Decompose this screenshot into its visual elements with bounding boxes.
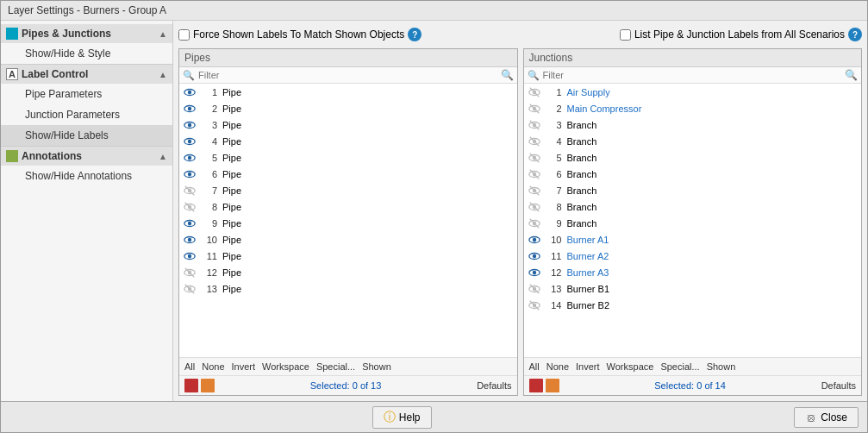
footer-action-link[interactable]: Invert [232, 361, 256, 372]
close-button[interactable]: ⦻ Close [794, 407, 859, 428]
pipes-filter-row: 🔍 🔍 [179, 67, 517, 84]
eye-icon[interactable] [528, 233, 541, 247]
table-row[interactable]: 13 Burner B1 [524, 280, 862, 297]
eye-icon[interactable] [183, 102, 197, 116]
eye-icon[interactable] [183, 118, 197, 132]
sidebar-section-pipes-junctions[interactable]: Pipes & Junctions ▲ [1, 24, 172, 43]
item-name: Burner A3 [567, 267, 609, 278]
eye-icon[interactable] [183, 266, 197, 279]
table-row[interactable]: 5 Branch [524, 149, 862, 166]
eye-icon[interactable] [528, 184, 541, 198]
footer-action-link[interactable]: None [202, 361, 224, 372]
table-row[interactable]: 1 Air Supply [524, 84, 862, 100]
junctions-filter-input[interactable] [543, 70, 846, 80]
table-row[interactable]: 14 Burner B2 [524, 297, 862, 313]
table-row[interactable]: 1 Pipe [179, 84, 517, 100]
footer-action-link[interactable]: Invert [576, 361, 600, 372]
item-name: Pipe [222, 218, 241, 229]
eye-icon[interactable] [183, 184, 197, 198]
table-row[interactable]: 4 Branch [524, 133, 862, 149]
table-row[interactable]: 10 Burner A1 [524, 231, 862, 248]
footer-action-link[interactable]: None [546, 361, 569, 372]
table-row[interactable]: 12 Burner A3 [524, 264, 862, 280]
eye-icon[interactable] [183, 167, 197, 181]
eye-icon[interactable] [528, 298, 541, 312]
item-name: Pipe [222, 87, 241, 97]
item-num: 8 [545, 202, 562, 212]
force-labels-checkbox[interactable] [178, 29, 190, 41]
eye-icon[interactable] [183, 216, 197, 230]
table-row[interactable]: 7 Branch [524, 182, 862, 198]
pipes-header: Pipes [179, 49, 517, 67]
eye-icon[interactable] [183, 151, 197, 165]
table-row[interactable]: 11 Burner A2 [524, 248, 862, 264]
eye-icon[interactable] [528, 282, 541, 296]
table-row[interactable]: 4 Pipe [179, 133, 517, 149]
list-all-scenarios-checkbox[interactable] [620, 29, 631, 41]
eye-icon[interactable] [528, 200, 541, 214]
item-name: Burner A1 [567, 235, 609, 245]
eye-icon[interactable] [528, 85, 541, 99]
svg-point-7 [188, 139, 191, 142]
footer-action-link[interactable]: Shown [362, 361, 391, 372]
pipes-search-button[interactable]: 🔍 [501, 69, 514, 81]
footer-action-link[interactable]: Special... [316, 361, 355, 372]
footer-action-link[interactable]: Special... [660, 361, 699, 372]
sidebar-item-show-hide-annotations[interactable]: Show/Hide Annotations [1, 166, 172, 186]
table-row[interactable]: 13 Pipe [179, 280, 517, 297]
footer-action-link[interactable]: Workspace [607, 361, 654, 372]
eye-icon[interactable] [183, 249, 197, 263]
footer-action-link[interactable]: All [184, 361, 195, 372]
pipes-panel: Pipes 🔍 🔍 1 Pipe 2 Pipe [178, 48, 518, 396]
table-row[interactable]: 8 Pipe [179, 198, 517, 215]
table-row[interactable]: 2 Main Compressor [524, 100, 862, 116]
eye-icon[interactable] [183, 135, 197, 148]
junctions-defaults-link[interactable]: Defaults [821, 380, 856, 391]
table-row[interactable]: 5 Pipe [179, 149, 517, 166]
eye-icon[interactable] [183, 282, 197, 296]
eye-icon[interactable] [528, 118, 541, 132]
item-num: 7 [545, 185, 562, 196]
table-row[interactable]: 3 Branch [524, 116, 862, 133]
eye-icon[interactable] [528, 249, 541, 263]
sidebar-section-label-control[interactable]: A Label Control ▲ [1, 64, 172, 84]
force-labels-help-icon[interactable]: ? [408, 28, 422, 41]
eye-icon[interactable] [528, 135, 541, 148]
footer-action-link[interactable]: Shown [707, 361, 736, 372]
eye-icon[interactable] [528, 266, 541, 279]
junctions-search-button[interactable]: 🔍 [845, 69, 858, 81]
table-row[interactable]: 6 Branch [524, 166, 862, 182]
eye-icon[interactable] [528, 102, 541, 116]
pipes-footer-status: Selected: 0 of 13 Defaults [179, 375, 517, 395]
table-row[interactable]: 12 Pipe [179, 264, 517, 280]
sidebar-item-show-hide-labels[interactable]: Show/Hide Labels [1, 125, 172, 146]
table-row[interactable]: 6 Pipe [179, 166, 517, 182]
sidebar-section-annotations[interactable]: Annotations ▲ [1, 146, 172, 166]
table-row[interactable]: 8 Branch [524, 198, 862, 215]
eye-icon[interactable] [183, 85, 197, 99]
sidebar-item-show-hide-style[interactable]: Show/Hide & Style [1, 43, 172, 64]
help-button[interactable]: ⓘ Help [372, 406, 432, 429]
table-row[interactable]: 11 Pipe [179, 248, 517, 264]
sidebar-item-junction-parameters[interactable]: Junction Parameters [1, 104, 172, 125]
eye-icon[interactable] [183, 233, 197, 247]
eye-icon[interactable] [528, 216, 541, 230]
pipes-filter-input[interactable] [198, 70, 501, 80]
item-name: Branch [567, 202, 597, 212]
item-name: Pipe [222, 153, 241, 163]
table-row[interactable]: 10 Pipe [179, 231, 517, 248]
table-row[interactable]: 7 Pipe [179, 182, 517, 198]
table-row[interactable]: 2 Pipe [179, 100, 517, 116]
item-name: Main Compressor [567, 104, 642, 114]
table-row[interactable]: 3 Pipe [179, 116, 517, 133]
pipes-defaults-link[interactable]: Defaults [477, 380, 511, 391]
list-all-scenarios-help-icon[interactable]: ? [848, 28, 862, 41]
table-row[interactable]: 9 Branch [524, 215, 862, 231]
eye-icon[interactable] [528, 167, 541, 181]
eye-icon[interactable] [183, 200, 197, 214]
footer-action-link[interactable]: All [529, 361, 540, 372]
table-row[interactable]: 9 Pipe [179, 215, 517, 231]
sidebar-item-pipe-parameters[interactable]: Pipe Parameters [1, 84, 172, 104]
footer-action-link[interactable]: Workspace [262, 361, 309, 372]
eye-icon[interactable] [528, 151, 541, 165]
